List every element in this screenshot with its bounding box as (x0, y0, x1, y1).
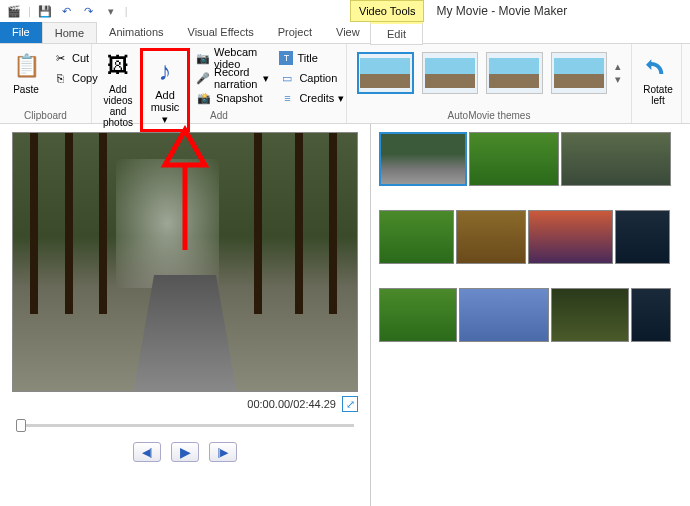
timeline-clip[interactable] (459, 288, 549, 342)
tab-project[interactable]: Project (266, 22, 324, 43)
timeline-clip[interactable] (379, 132, 467, 186)
title-icon: T (279, 51, 293, 65)
rotate-left-icon (642, 50, 674, 82)
theme-scroll[interactable]: ▴▾ (615, 52, 621, 94)
credits-button[interactable]: ≡ Credits ▾ (275, 88, 348, 108)
timeline-clip[interactable] (561, 132, 671, 186)
timeline-clip[interactable] (379, 210, 454, 264)
snapshot-icon: 📸 (196, 90, 212, 106)
seek-slider[interactable] (12, 416, 358, 434)
video-preview[interactable] (12, 132, 358, 392)
automovie-theme-1[interactable] (357, 52, 414, 94)
clipboard-icon: 📋 (10, 50, 42, 82)
tab-home[interactable]: Home (42, 22, 97, 43)
divider: | (28, 5, 31, 17)
redo-button[interactable]: ↷ (81, 3, 97, 19)
timeline-clip[interactable] (551, 288, 629, 342)
timeline-clip[interactable] (631, 288, 671, 342)
title-label: Title (297, 52, 317, 64)
timeline-clip[interactable] (456, 210, 526, 264)
paste-button[interactable]: 📋 Paste (6, 48, 46, 97)
automovie-theme-2[interactable] (422, 52, 478, 94)
rotate-left-label: Rotate left (643, 84, 672, 106)
mic-icon: 🎤 (196, 70, 210, 86)
snapshot-label: Snapshot (216, 92, 262, 104)
rotate-left-button[interactable]: Rotate left (638, 48, 678, 108)
caption-button[interactable]: ▭ Caption (275, 68, 348, 88)
record-narration-button[interactable]: 🎤 Record narration ▾ (192, 68, 273, 88)
copy-icon: ⎘ (52, 70, 68, 86)
timeline-clip[interactable] (615, 210, 670, 264)
group-label-clipboard: Clipboard (0, 110, 91, 121)
automovie-theme-4[interactable] (551, 52, 607, 94)
automovie-theme-3[interactable] (486, 52, 542, 94)
credits-icon: ≡ (279, 90, 295, 106)
paste-label: Paste (13, 84, 39, 95)
cut-label: Cut (72, 52, 89, 64)
next-frame-button[interactable]: |▶ (209, 442, 237, 462)
photos-icon: 🖼 (102, 50, 134, 82)
tab-visual-effects[interactable]: Visual Effects (176, 22, 266, 43)
dropdown-icon: ▾ (263, 72, 269, 85)
tab-view[interactable]: View (324, 22, 372, 43)
divider: | (125, 5, 128, 17)
app-icon: 🎬 (6, 3, 22, 19)
window-title: My Movie - Movie Maker (436, 4, 567, 18)
play-button[interactable]: ▶ (171, 442, 199, 462)
context-tab-video-tools[interactable]: Video Tools (350, 0, 424, 22)
timeline[interactable] (370, 124, 690, 506)
dropdown-icon: ▾ (338, 92, 344, 105)
add-videos-label: Add videos and photos (102, 84, 134, 128)
credits-label: Credits (299, 92, 334, 104)
timeline-clip[interactable] (379, 288, 457, 342)
prev-frame-button[interactable]: ◀| (133, 442, 161, 462)
snapshot-button[interactable]: 📸 Snapshot (192, 88, 273, 108)
title-button[interactable]: T Title (275, 48, 348, 68)
webcam-video-button[interactable]: 📷 Webcam video (192, 48, 273, 68)
qat-customize[interactable]: ▾ (103, 3, 119, 19)
caption-icon: ▭ (279, 70, 295, 86)
tab-file[interactable]: File (0, 22, 42, 43)
timeline-clip[interactable] (528, 210, 613, 264)
undo-button[interactable]: ↶ (59, 3, 75, 19)
caption-label: Caption (299, 72, 337, 84)
group-label-themes: AutoMovie themes (347, 110, 631, 121)
scissors-icon: ✂ (52, 50, 68, 66)
music-icon: ♪ (149, 55, 181, 87)
tab-edit[interactable]: Edit (370, 22, 423, 45)
tab-animations[interactable]: Animations (97, 22, 175, 43)
save-button[interactable]: 💾 (37, 3, 53, 19)
timeline-clip[interactable] (469, 132, 559, 186)
fullscreen-button[interactable]: ⤢ (342, 396, 358, 412)
seek-thumb[interactable] (16, 419, 26, 432)
playback-time: 00:00.00/02:44.29 (247, 398, 336, 410)
record-label: Record narration (214, 66, 259, 90)
webcam-icon: 📷 (196, 50, 210, 66)
group-label-add: Add (92, 110, 346, 121)
